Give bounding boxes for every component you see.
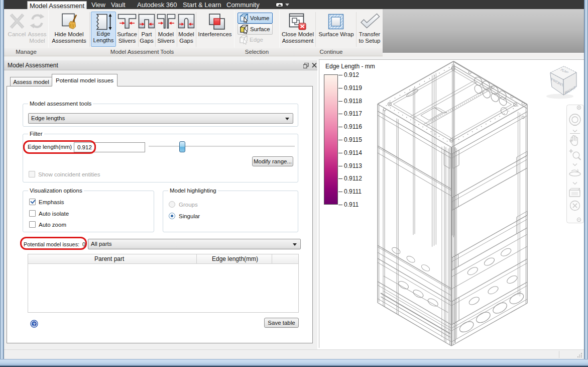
svg-text:?: ? — [33, 321, 36, 327]
